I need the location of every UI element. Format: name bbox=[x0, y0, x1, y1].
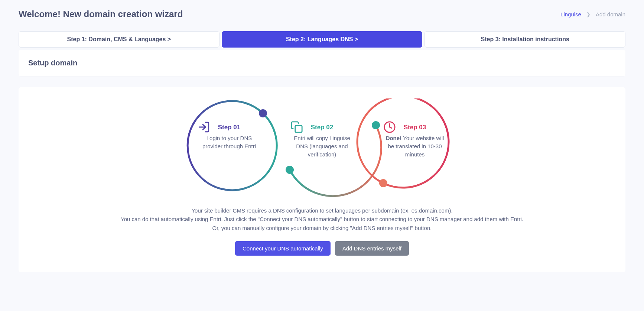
connect-dns-button[interactable]: Connect your DNS automatically bbox=[235, 241, 331, 256]
svg-point-0 bbox=[259, 109, 267, 117]
info-line-2: You can do that automatically using Entr… bbox=[99, 215, 545, 223]
setup-domain-panel: Setup domain bbox=[19, 50, 625, 76]
step-2-desc: Entri will copy Linguise DNS (languages … bbox=[290, 134, 354, 158]
svg-point-1 bbox=[372, 121, 380, 129]
svg-point-3 bbox=[379, 179, 387, 187]
breadcrumb-link-linguise[interactable]: Linguise bbox=[560, 11, 581, 17]
breadcrumb-current: Add domain bbox=[596, 11, 625, 17]
svg-rect-5 bbox=[295, 126, 302, 132]
page-header: Welcome! New domain creation wizard Ling… bbox=[19, 9, 625, 19]
info-text: Your site builder CMS requires a DNS con… bbox=[99, 206, 545, 232]
info-line-3: Or, you can manually configure your doma… bbox=[99, 224, 545, 232]
breadcrumb: Linguise ❯ Add domain bbox=[560, 11, 625, 17]
svg-point-2 bbox=[286, 166, 294, 174]
tab-step-1[interactable]: Step 1: Domain, CMS & Languages > bbox=[19, 31, 219, 48]
step-1-box: Step 01 Login to your DNS provider throu… bbox=[198, 121, 261, 150]
wizard-tabs: Step 1: Domain, CMS & Languages > Step 2… bbox=[19, 31, 625, 48]
tab-step-2[interactable]: Step 2: Languages DNS > bbox=[222, 31, 423, 48]
tab-step-3[interactable]: Step 3: Installation instructions bbox=[425, 31, 625, 48]
content-card: Step 01 Login to your DNS provider throu… bbox=[19, 87, 625, 272]
step-3-desc: Done! Your website will be translated in… bbox=[383, 134, 446, 158]
step-2-box: Step 02 Entri will copy Linguise DNS (la… bbox=[290, 121, 354, 158]
button-row: Connect your DNS automatically Add DNS e… bbox=[41, 241, 603, 256]
step-3-box: Step 03 Done! Your website will be trans… bbox=[383, 121, 446, 158]
add-dns-manual-button[interactable]: Add DNS entries myself bbox=[335, 241, 409, 256]
page-title: Welcome! New domain creation wizard bbox=[19, 9, 183, 19]
step-1-desc: Login to your DNS provider through Entri bbox=[198, 134, 261, 150]
steps-diagram: Step 01 Login to your DNS provider throu… bbox=[175, 98, 469, 199]
info-line-1: Your site builder CMS requires a DNS con… bbox=[99, 206, 545, 215]
panel-title: Setup domain bbox=[28, 59, 616, 67]
chevron-right-icon: ❯ bbox=[586, 12, 591, 17]
